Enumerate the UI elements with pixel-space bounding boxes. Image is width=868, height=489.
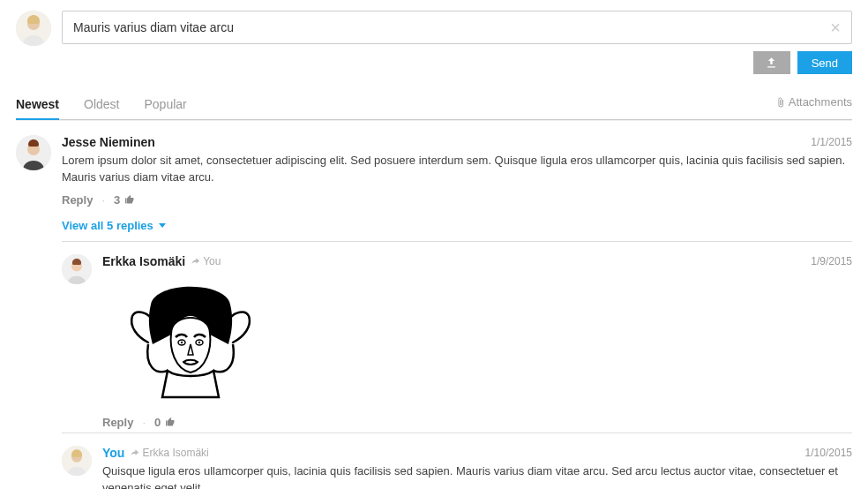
- commenter-avatar: [16, 135, 51, 170]
- comment-text: Lorem ipsum dolor sit amet, consectetuer…: [62, 153, 852, 186]
- reply-button[interactable]: Reply: [102, 416, 133, 429]
- tab-popular[interactable]: Popular: [145, 90, 187, 120]
- reply-to-name: You: [203, 255, 221, 267]
- like-button[interactable]: 0: [154, 416, 176, 429]
- like-count: 3: [114, 193, 120, 207]
- reply-date: 1/9/2015: [811, 255, 852, 267]
- view-all-replies[interactable]: View all 5 replies: [62, 219, 166, 232]
- thumbs-up-icon: [124, 194, 135, 205]
- reply-date: 1/10/2015: [805, 447, 852, 459]
- reply-to: Erkka Isomäki: [130, 447, 208, 459]
- view-all-label: View all 5 replies: [62, 219, 153, 232]
- upload-button[interactable]: [753, 51, 790, 74]
- reply-author[interactable]: You: [102, 446, 124, 460]
- attachments-label: Attachments: [789, 95, 852, 109]
- like-count: 0: [154, 416, 161, 429]
- reply-avatar: [62, 254, 92, 284]
- composer-input[interactable]: [73, 20, 830, 34]
- reply-button[interactable]: Reply: [62, 193, 93, 207]
- reply-to: You: [191, 255, 221, 267]
- composer-avatar: [16, 11, 51, 46]
- thumbs-up-icon: [165, 417, 176, 427]
- reply-avatar: [62, 446, 92, 476]
- reply-author[interactable]: Erkka Isomäki: [102, 254, 185, 268]
- close-icon[interactable]: ×: [830, 19, 841, 36]
- paperclip-icon: [775, 97, 786, 108]
- comment-date: 1/1/2015: [811, 136, 852, 148]
- attachments-link[interactable]: Attachments: [775, 95, 852, 114]
- svg-point-9: [181, 341, 183, 342]
- reply-arrow-icon: [130, 448, 139, 457]
- reply: Erkka Isomäki You 1/9/2015: [62, 241, 852, 433]
- reply-to-name: Erkka Isomäki: [142, 447, 208, 459]
- upload-icon: [765, 56, 778, 70]
- reply-text: Quisque ligula eros ullamcorper quis, la…: [102, 463, 852, 489]
- attached-image: [102, 274, 852, 409]
- composer-box[interactable]: ×: [62, 11, 852, 44]
- tab-oldest[interactable]: Oldest: [84, 90, 119, 120]
- reply: You Erkka Isomäki 1/10/2015 Quisque ligu…: [62, 433, 852, 489]
- tabs: Newest Oldest Popular Attachments: [16, 90, 852, 120]
- svg-point-10: [198, 341, 200, 342]
- comment-author[interactable]: Jesse Nieminen: [62, 135, 155, 149]
- reply-arrow-icon: [191, 256, 200, 266]
- tab-newest[interactable]: Newest: [16, 90, 59, 120]
- chevron-down-icon: [159, 223, 166, 228]
- comment: Jesse Nieminen 1/1/2015 Lorem ipsum dolo…: [16, 120, 852, 207]
- like-button[interactable]: 3: [114, 193, 135, 207]
- send-button[interactable]: Send: [797, 51, 852, 74]
